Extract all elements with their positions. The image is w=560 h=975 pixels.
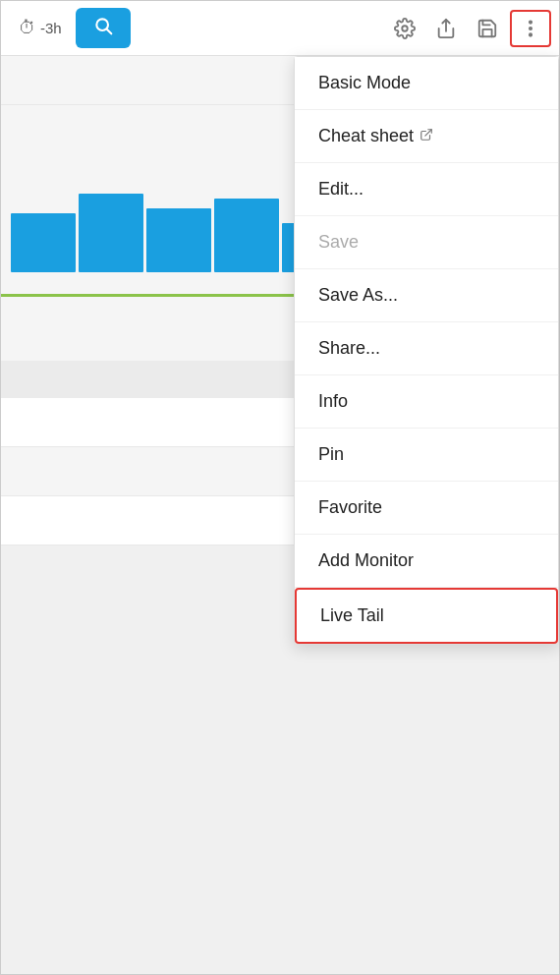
external-link-icon: [420, 128, 433, 144]
menu-item-label-basic-mode: Basic Mode: [318, 73, 411, 93]
bar-1: [11, 213, 76, 272]
menu-item-edit[interactable]: Edit...: [295, 163, 558, 216]
menu-item-label-share: Share...: [318, 338, 380, 359]
menu-item-share[interactable]: Share...: [295, 322, 558, 375]
toolbar: ⏱ -3h: [1, 1, 559, 56]
menu-item-cheat-sheet[interactable]: Cheat sheet: [295, 110, 558, 163]
time-label: -3h: [40, 20, 62, 36]
menu-item-basic-mode[interactable]: Basic Mode: [295, 57, 558, 110]
menu-item-label-favorite: Favorite: [318, 497, 382, 518]
menu-item-label-add-monitor: Add Monitor: [318, 550, 414, 571]
svg-line-7: [425, 130, 431, 136]
svg-line-1: [106, 29, 111, 34]
menu-item-pin[interactable]: Pin: [295, 429, 558, 482]
menu-item-info[interactable]: Info: [295, 375, 558, 429]
bar-3: [146, 208, 211, 272]
menu-item-label-save: Save: [318, 232, 359, 253]
bar-4: [214, 199, 279, 272]
time-range[interactable]: ⏱ -3h: [9, 12, 72, 44]
menu-item-label-cheat-sheet: Cheat sheet: [318, 126, 414, 146]
menu-item-live-tail[interactable]: Live Tail: [295, 588, 558, 644]
svg-point-2: [402, 26, 408, 31]
more-options-button[interactable]: [510, 10, 551, 47]
svg-point-6: [530, 33, 532, 35]
search-icon: [93, 16, 113, 40]
menu-item-favorite[interactable]: Favorite: [295, 482, 558, 535]
share-button[interactable]: [427, 12, 465, 45]
menu-item-save-as[interactable]: Save As...: [295, 269, 558, 322]
menu-item-label-save-as: Save As...: [318, 285, 398, 306]
svg-point-5: [530, 28, 532, 29]
bottom-area: [1, 777, 559, 974]
dropdown-menu: Basic ModeCheat sheetEdit...SaveSave As.…: [294, 56, 559, 645]
search-button[interactable]: [76, 8, 131, 48]
settings-button[interactable]: [386, 12, 423, 45]
menu-item-label-pin: Pin: [318, 444, 344, 465]
menu-item-add-monitor[interactable]: Add Monitor: [295, 535, 558, 588]
menu-item-save: Save: [295, 216, 558, 269]
main-container: ⏱ -3h: [0, 0, 560, 975]
clock-icon: ⏱: [19, 18, 36, 38]
bar-2: [79, 194, 143, 272]
menu-item-label-edit: Edit...: [318, 179, 364, 200]
save-button[interactable]: [469, 12, 506, 45]
menu-item-label-info: Info: [318, 391, 348, 412]
menu-item-label-live-tail: Live Tail: [320, 605, 384, 626]
svg-point-4: [530, 21, 532, 23]
